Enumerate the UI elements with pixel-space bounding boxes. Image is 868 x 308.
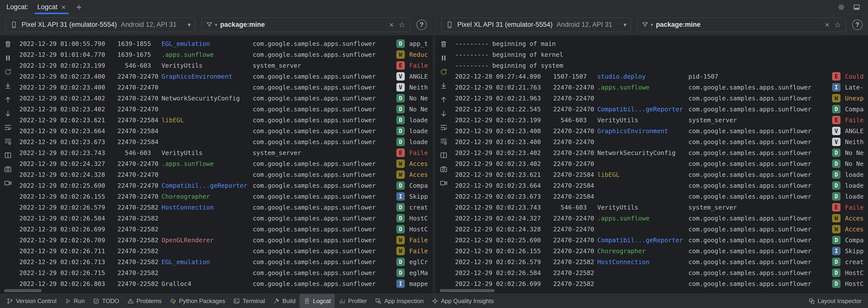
statusbar-item-layout-inspector[interactable]: Layout Inspector — [804, 294, 866, 308]
statusbar-item-version-control[interactable]: Version Control — [2, 294, 60, 308]
log-row[interactable]: 2022-12-29 02:02:26.71322470-22582EGL_em… — [19, 256, 432, 267]
screenshot-button[interactable] — [438, 164, 449, 175]
help-icon[interactable]: ? — [416, 20, 427, 30]
log-row[interactable]: 2022-12-29 02:02:23.62122470-22584libEGL… — [455, 169, 868, 180]
log-row[interactable]: 2022-12-29 02:02:24.32822470-22470com.go… — [455, 224, 868, 234]
previous-occurrence-button[interactable] — [438, 94, 449, 105]
log-row[interactable]: 2022-12-29 02:02:23.40022470-22470com.go… — [19, 82, 432, 93]
next-occurrence-button[interactable] — [2, 108, 13, 119]
log-row[interactable]: 2022-12-29 02:02:23.67322470-22584com.go… — [19, 136, 432, 147]
filter-funnel-icon[interactable] — [641, 21, 649, 29]
statusbar-item-app-quality-insights[interactable]: App Quality Insights — [428, 294, 498, 308]
statusbar-item-terminal[interactable]: Terminal — [229, 294, 269, 308]
previous-occurrence-button[interactable] — [2, 94, 13, 105]
log-row[interactable]: 2022-12-29 02:02:23.743 546-603VerityUti… — [455, 202, 868, 213]
filter-chevron-icon[interactable]: ▾ — [215, 22, 217, 28]
log-row[interactable]: 2022-12-29 02:02:26.58422470-22582com.go… — [455, 267, 868, 278]
clear-logcat-button[interactable] — [438, 39, 449, 50]
favorite-star-icon[interactable]: ☆ — [833, 21, 842, 29]
log-row[interactable]: 2022-12-29 02:02:25.69022470-22470Compat… — [19, 180, 432, 191]
log-row[interactable]: 2022-12-29 02:02:26.69922470-22582com.go… — [19, 224, 432, 234]
favorite-star-icon[interactable]: ☆ — [398, 21, 406, 29]
log-row[interactable]: 2022-12-29 02:02:21.96322470-22470com.go… — [455, 93, 868, 104]
statusbar-item-build[interactable]: Build — [269, 294, 300, 308]
pane-splitter[interactable] — [432, 35, 436, 293]
log-row[interactable]: 2022-12-29 02:02:21.76322470-22470.apps.… — [455, 82, 868, 93]
format-options-button[interactable] — [438, 136, 449, 147]
split-panels-button[interactable] — [438, 150, 449, 161]
gear-icon[interactable] — [837, 3, 845, 11]
log-row[interactable]: 2022-12-29 01:00:55.7901639-1855EGL_emul… — [19, 38, 432, 49]
scroll-to-end-button[interactable] — [438, 80, 449, 91]
format-options-button[interactable] — [2, 136, 13, 147]
hide-tool-window-icon[interactable] — [852, 3, 861, 11]
log-row[interactable]: 2022-12-29 02:02:23.40222470-22470Networ… — [455, 147, 868, 158]
filter-field[interactable]: ▾ package:mine × ☆ — [637, 18, 846, 32]
pause-logcat-button[interactable] — [2, 53, 13, 63]
soft-wrap-button[interactable] — [2, 122, 13, 133]
restart-logcat-button[interactable] — [438, 66, 449, 77]
tab-logcat[interactable]: Logcat × — [32, 0, 71, 14]
help-icon[interactable]: ? — [852, 20, 863, 30]
log-row[interactable]: 2022-12-29 02:02:26.80322470-22582Grallo… — [19, 278, 432, 289]
log-row[interactable]: 2022-12-29 02:02:26.15522470-22470Choreo… — [19, 191, 432, 202]
statusbar-item-todo[interactable]: TODO — [89, 294, 123, 308]
log-row[interactable]: 2022-12-29 02:02:23.40022470-22470Graphi… — [19, 71, 432, 82]
log-row[interactable]: 2022-12-29 02:02:24.32822470-22470com.go… — [19, 169, 432, 180]
filter-chevron-icon[interactable]: ▾ — [651, 22, 653, 28]
log-row[interactable]: 2022-12-29 02:02:23.62122470-22584libEGL… — [19, 115, 432, 125]
horizontal-scrollbar[interactable] — [440, 289, 495, 292]
log-row[interactable]: 2022-12-29 02:02:22.54522470-22470Compat… — [455, 104, 868, 115]
statusbar-item-app-inspection[interactable]: App Inspection — [371, 294, 428, 308]
statusbar-item-problems[interactable]: Problems — [123, 294, 165, 308]
log-view[interactable]: 2022-12-29 01:00:55.7901639-1855EGL_emul… — [16, 35, 432, 293]
log-row[interactable]: 2022-12-29 02:02:26.70922470-22582OpenGL… — [19, 234, 432, 246]
statusbar-item-profiler[interactable]: Profiler — [335, 294, 371, 308]
log-row[interactable]: 2022-12-29 02:02:23.40222470-22470com.go… — [19, 104, 432, 115]
clear-logcat-button[interactable] — [2, 39, 13, 50]
statusbar-item-python-packages[interactable]: Python Packages — [165, 294, 229, 308]
log-row[interactable]: 2022-12-29 02:02:26.71522470-22582com.go… — [19, 267, 432, 278]
log-row[interactable]: 2022-12-29 02:02:26.15522470-22470Choreo… — [455, 246, 868, 256]
screen-record-button[interactable] — [2, 177, 13, 189]
log-row[interactable]: 2022-12-29 02:02:26.57922470-22582HostCo… — [455, 256, 868, 267]
clear-filter-icon[interactable]: × — [824, 21, 831, 29]
log-row[interactable]: 2022-12-29 02:02:24.32722470-22470.apps.… — [19, 158, 432, 169]
statusbar-item-logcat[interactable]: Logcat — [300, 294, 335, 308]
soft-wrap-button[interactable] — [438, 122, 449, 133]
tab-close-icon[interactable]: × — [61, 3, 66, 11]
log-row[interactable]: 2022-12-28 09:27:44.8901507-1507studio.d… — [455, 71, 868, 82]
horizontal-scrollbar[interactable] — [4, 289, 42, 292]
log-row[interactable]: 2022-12-29 02:02:23.40222470-22470com.go… — [455, 158, 868, 169]
add-tab-button[interactable]: + — [71, 2, 87, 12]
statusbar-item-run[interactable]: Run — [60, 294, 89, 308]
filter-query[interactable]: package:mine — [656, 21, 821, 29]
log-row[interactable]: 2022-12-29 01:01:04.7701639-1675.apps.su… — [19, 49, 432, 60]
log-row[interactable]: 2022-12-29 02:02:26.57922470-22582HostCo… — [19, 202, 432, 213]
next-occurrence-button[interactable] — [438, 108, 449, 119]
log-row[interactable]: 2022-12-29 02:02:23.67322470-22584com.go… — [455, 191, 868, 202]
log-row[interactable]: 2022-12-29 02:02:24.32722470-22470.apps.… — [455, 213, 868, 224]
screenshot-button[interactable] — [2, 164, 13, 175]
log-row[interactable]: 2022-12-29 02:02:23.743 546-603VerityUti… — [19, 147, 432, 158]
filter-query[interactable]: package:mine — [220, 21, 385, 29]
log-row[interactable]: --------- beginning of main — [455, 38, 868, 49]
filter-field[interactable]: ▾ package:mine × ☆ — [202, 18, 410, 32]
device-selector[interactable]: Pixel XL API 31 (emulator-5554) Android … — [441, 18, 631, 32]
scroll-to-end-button[interactable] — [2, 80, 13, 91]
log-row[interactable]: 2022-12-29 02:02:26.71122470-22582com.go… — [19, 246, 432, 256]
log-row[interactable]: 2022-12-29 02:02:23.66422470-22584com.go… — [19, 125, 432, 136]
device-selector[interactable]: Pixel XL API 31 (emulator-5554) Android … — [5, 18, 195, 32]
filter-funnel-icon[interactable] — [206, 21, 213, 29]
log-row[interactable]: 2022-12-29 02:02:23.66422470-22584com.go… — [455, 180, 868, 191]
log-row[interactable]: 2022-12-29 02:02:23.40022470-22470com.go… — [455, 136, 868, 147]
log-view[interactable]: --------- beginning of main--------- beg… — [452, 35, 868, 293]
log-row[interactable]: 2022-12-29 02:02:23.40222470-22470Networ… — [19, 93, 432, 104]
screen-record-button[interactable] — [438, 177, 449, 189]
log-row[interactable]: 2022-12-29 02:02:26.58422470-22582com.go… — [19, 213, 432, 224]
restart-logcat-button[interactable] — [2, 66, 13, 77]
clear-filter-icon[interactable]: × — [389, 21, 395, 29]
log-row[interactable]: --------- beginning of kernel — [455, 49, 868, 60]
log-row[interactable]: 2022-12-29 02:02:23.199 546-603VerityUti… — [455, 115, 868, 125]
log-row[interactable]: 2022-12-29 02:02:23.40022470-22470Graphi… — [455, 125, 868, 136]
